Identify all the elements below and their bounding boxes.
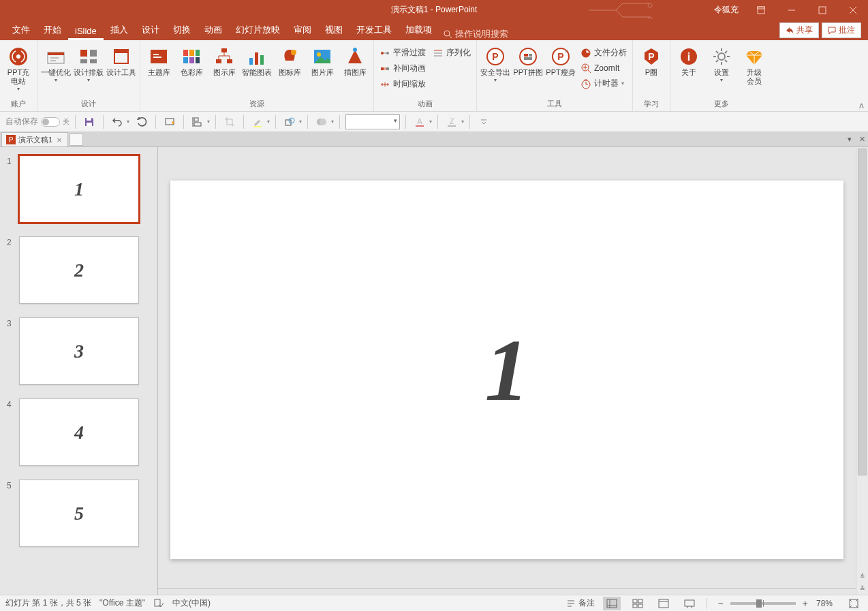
slide-canvas[interactable]: 1	[170, 181, 843, 559]
vertical-scrollbar[interactable]: ≙ ≚	[856, 147, 868, 595]
design-tools-button[interactable]: 设计工具	[106, 44, 137, 89]
user-name[interactable]: 令狐充	[707, 4, 745, 16]
slide-thumbnail-5[interactable]: 5	[19, 480, 139, 547]
reading-view-button[interactable]	[655, 597, 672, 610]
slide-thumbnail-4[interactable]: 4	[19, 398, 139, 466]
font-combo[interactable]: ▾	[345, 114, 400, 129]
new-slide-button[interactable]	[161, 114, 178, 130]
slide-canvas-area[interactable]: 1	[158, 147, 856, 588]
close-tab-button[interactable]: ×	[55, 135, 63, 145]
undo-dropdown[interactable]: ▾	[127, 119, 129, 125]
ribbon-display-options-button[interactable]	[745, 0, 776, 20]
share-button[interactable]: 共享	[779, 22, 819, 38]
document-tab[interactable]: P 演示文稿1 ×	[1, 132, 68, 146]
close-all-button[interactable]: ✕	[856, 134, 868, 146]
merge-dropdown[interactable]: ▾	[331, 119, 334, 125]
zoom-knob[interactable]	[756, 599, 762, 608]
zoomit-button[interactable]: ZoomIt	[580, 61, 627, 75]
align-dropdown[interactable]: ▾	[207, 119, 210, 125]
tab-file[interactable]: 文件	[5, 20, 37, 40]
shape-button[interactable]	[281, 114, 298, 130]
slide-position[interactable]: 幻灯片 第 1 张，共 5 张	[5, 597, 91, 609]
maximize-button[interactable]	[807, 0, 837, 20]
illustration-lib-button[interactable]: 插图库	[339, 44, 371, 89]
svg-point-9	[16, 54, 20, 59]
tab-developer[interactable]: 开发工具	[350, 20, 399, 40]
zoom-out-button[interactable]: −	[715, 598, 726, 609]
tab-addins[interactable]: 加载项	[399, 20, 439, 40]
smart-chart-button[interactable]: 智能图表	[241, 44, 273, 89]
comment-button[interactable]: 批注	[822, 22, 861, 38]
tab-design[interactable]: 设计	[135, 20, 166, 40]
ppt-slim-button[interactable]: PPPT瘦身	[545, 44, 576, 89]
p-circle-button[interactable]: PP圈	[636, 44, 667, 89]
redo-button[interactable]	[134, 114, 150, 130]
tab-view[interactable]: 视图	[318, 20, 350, 40]
slide-thumbnails-pane[interactable]: 11 22 33 44 55	[0, 147, 158, 595]
about-button[interactable]: i关于	[673, 44, 704, 89]
crop-button[interactable]	[221, 114, 238, 130]
align-button[interactable]	[189, 114, 206, 130]
tab-animation[interactable]: 动画	[198, 20, 229, 40]
collapse-ribbon-button[interactable]: ᐱ	[859, 102, 864, 110]
upgrade-button[interactable]: 升级会员	[739, 44, 770, 89]
slideshow-view-button[interactable]	[681, 597, 698, 610]
zoom-slider[interactable]	[730, 602, 796, 605]
time-scale-button[interactable]: 时间缩放	[379, 77, 426, 91]
theme-name[interactable]: "Office 主题"	[99, 597, 145, 609]
tab-review[interactable]: 审阅	[287, 20, 318, 40]
qat-customize-button[interactable]	[476, 114, 492, 130]
file-analysis-button[interactable]: 文件分析	[580, 46, 627, 60]
notes-splitter[interactable]	[158, 588, 856, 595]
prev-slide-button[interactable]: ≙	[856, 570, 868, 582]
color-lib-button[interactable]: 色彩库	[176, 44, 207, 89]
ppt-collage-button[interactable]: PPT拼图	[512, 44, 544, 89]
one-click-optimize-button[interactable]: 一键优化▾	[40, 44, 72, 89]
normal-view-button[interactable]	[603, 597, 621, 610]
close-button[interactable]	[837, 0, 868, 20]
sorter-view-button[interactable]	[629, 597, 647, 610]
scrollbar-thumb[interactable]	[858, 148, 867, 475]
slide-thumbnail-2[interactable]: 2	[19, 236, 139, 304]
toggle-switch[interactable]	[41, 117, 60, 127]
timer-button[interactable]: 计时器 ▾	[580, 76, 627, 91]
tab-transition[interactable]: 切换	[166, 20, 198, 40]
design-layout-button[interactable]: 设计排版▾	[73, 44, 104, 89]
slide-thumbnail-1[interactable]: 1	[19, 155, 139, 223]
next-slide-button[interactable]: ≚	[856, 582, 868, 595]
tab-list-button[interactable]: ▾	[843, 134, 856, 146]
tab-slideshow[interactable]: 幻灯片放映	[229, 20, 287, 40]
ppt-station-button[interactable]: PPT充电站▾	[3, 44, 34, 94]
shape-dropdown[interactable]: ▾	[299, 119, 302, 125]
minimize-button[interactable]	[776, 0, 807, 20]
undo-button[interactable]	[109, 114, 125, 130]
save-button[interactable]	[81, 114, 97, 130]
new-tab-button[interactable]	[69, 134, 83, 146]
merge-shapes-button[interactable]	[313, 114, 330, 130]
autosave-toggle[interactable]: 自动保存关	[5, 116, 69, 127]
settings-button[interactable]: 设置▾	[706, 44, 737, 89]
tab-insert[interactable]: 插入	[104, 20, 135, 40]
smooth-transition-button[interactable]: 平滑过渡	[379, 46, 426, 60]
underline-button[interactable]: Z	[444, 114, 460, 130]
fit-window-button[interactable]	[845, 597, 863, 610]
tween-animation-button[interactable]: 补间动画	[379, 61, 426, 76]
theme-lib-button[interactable]: 主题库	[143, 44, 174, 89]
highlight-dropdown[interactable]: ▾	[267, 119, 270, 125]
sequence-button[interactable]: 序列化	[433, 46, 471, 60]
font-color-button[interactable]: A	[412, 114, 428, 130]
spell-check-button[interactable]	[153, 598, 164, 609]
image-lib-button[interactable]: 图片库	[307, 44, 338, 89]
tab-islide[interactable]: iSlide	[68, 22, 104, 40]
notes-button[interactable]: 备注	[566, 597, 595, 609]
highlight-button[interactable]	[249, 114, 266, 130]
zoom-level[interactable]: 78%	[812, 599, 837, 608]
safe-export-button[interactable]: P安全导出▾	[480, 44, 511, 89]
tell-me-search[interactable]: 操作说明搜索	[439, 28, 512, 40]
zoom-in-button[interactable]: +	[800, 598, 811, 609]
diagram-lib-button[interactable]: 图示库	[208, 44, 240, 89]
icon-lib-button[interactable]: 图标库	[274, 44, 305, 89]
tab-home[interactable]: 开始	[37, 20, 68, 40]
slide-thumbnail-3[interactable]: 3	[19, 317, 139, 385]
language-indicator[interactable]: 中文(中国)	[172, 597, 211, 609]
